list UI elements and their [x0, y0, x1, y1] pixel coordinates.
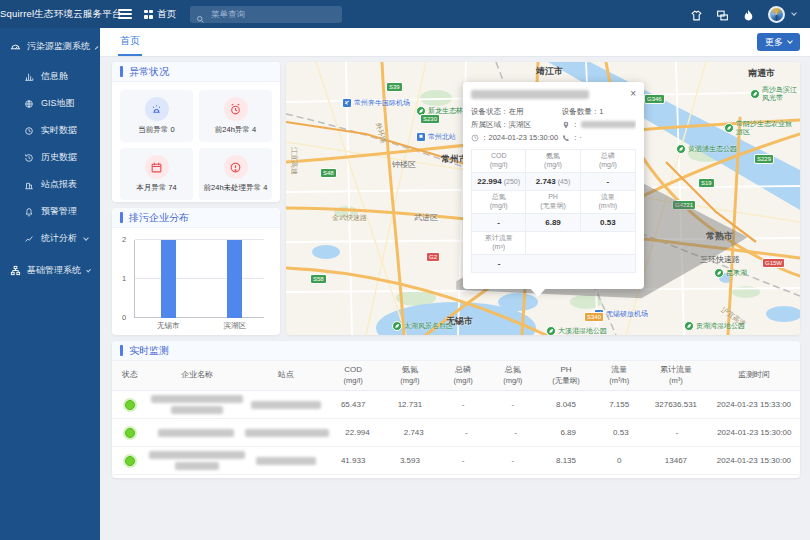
sidebar-item-统计分析[interactable]: 统计分析	[0, 225, 100, 252]
alert-icon	[24, 207, 34, 217]
stat-card-当前异常[interactable]: 当前异常 0	[120, 90, 193, 142]
popup-param-header: COD(mg/l)	[472, 150, 526, 173]
gis-map[interactable]: 靖江市南通市高沙岛滨江风光带常阴沙生态农业旅游区新龙生态林常州奔牛国际机场常州北…	[286, 62, 800, 335]
more-button[interactable]: 更多	[757, 33, 800, 51]
cell-value: 2024-01-23 15:30:00	[709, 428, 800, 437]
table-row[interactable]: 41.9333.593--8.1350134672024-01-23 15:30…	[112, 447, 800, 475]
map-label: 昆承湖	[714, 268, 747, 278]
user-avatar[interactable]	[768, 6, 785, 23]
stat-card-前24h未处理异常[interactable]: 前24h未处理异常 4	[199, 148, 272, 200]
stat-card-前24h异常[interactable]: 前24h异常 4	[199, 90, 272, 142]
warning-icon	[224, 155, 248, 179]
sidebar-item-站点报表[interactable]: 站点报表	[0, 171, 100, 198]
bar-chart: 012 无锡市 滨湖区	[134, 240, 268, 318]
app-screen: Squirrel生态环境云服务平台 首页 污染源监测系统 信息	[0, 0, 810, 540]
park-poi-icon	[684, 321, 694, 331]
cell-value: 8.045	[538, 400, 595, 409]
road-badge: S48	[320, 168, 337, 178]
cell-value: 65.437	[325, 400, 382, 409]
chevron-down-icon	[83, 235, 89, 241]
sidebar-item-预警管理[interactable]: 预警管理	[0, 198, 100, 225]
popup-param-value: -	[472, 255, 526, 273]
sidebar-item-历史数据[interactable]: 历史数据	[0, 144, 100, 171]
chevron-down-icon	[86, 267, 91, 272]
sidebar-item-GIS地图[interactable]: GIS地图	[0, 90, 100, 117]
cell-value: 12.731	[382, 400, 439, 409]
popup-param-value: 2.743(45)	[526, 173, 580, 191]
chevron-down-icon[interactable]	[791, 10, 797, 16]
cell-value: -	[488, 400, 538, 409]
cell-value: 6.89	[540, 428, 596, 437]
map-label: 黄泗浦生态公园	[676, 144, 737, 154]
cell-value: 0.53	[596, 428, 645, 437]
enterprise-name-redacted	[147, 451, 246, 470]
table-row[interactable]: 22.9942.743--6.890.53-2024-01-23 15:30:0…	[112, 419, 800, 447]
popup-info-line: ：2024-01-23 15:30:00	[471, 131, 562, 144]
road-badge: S39	[386, 82, 403, 92]
cell-value: 8.135	[538, 456, 595, 465]
table-header: 状态 企业名称 站点 COD(mg/l) 氨氮(mg/l) 总磷(mg/l) 总…	[112, 361, 800, 391]
flame-icon[interactable]	[742, 8, 755, 21]
home-link[interactable]: 首页	[144, 8, 176, 21]
popup-param-header: 累计流量(m³)	[472, 232, 526, 255]
multi-screen-icon[interactable]	[716, 8, 729, 21]
map-icon	[24, 99, 34, 109]
stat-card-本月异常[interactable]: 本月异常 74	[120, 148, 193, 200]
popup-param-header: 流量(m³/h)	[581, 191, 635, 214]
status-dot-green	[125, 400, 135, 410]
sidebar-item-信息舱[interactable]: 信息舱	[0, 63, 100, 90]
sidebar-item-实时数据[interactable]: 实时数据	[0, 117, 100, 144]
map-label: 外环路	[373, 122, 388, 145]
apps-grid-icon	[144, 10, 153, 19]
park-poi-icon	[750, 89, 760, 99]
sidebar-collapse-icon[interactable]	[118, 9, 132, 19]
column-header-企业名称: 企业名称	[147, 370, 246, 380]
popup-title-redacted	[471, 90, 589, 99]
popup-param-value: 22.994(250)	[472, 173, 526, 191]
popup-info-line: 设备数量：1	[562, 105, 636, 118]
column-header-总磷: 总磷(mg/l)	[438, 365, 488, 385]
status-dot-green	[125, 456, 135, 466]
popup-info-line: ：·	[562, 131, 636, 144]
search-input[interactable]	[209, 8, 336, 20]
road-badge: G346	[644, 94, 665, 104]
popup-param-value: 0.53	[581, 214, 635, 232]
sidebar-section-base-manage[interactable]: 基础管理系统	[0, 252, 100, 287]
cell-value: 41.933	[325, 456, 382, 465]
cell-value: -	[442, 428, 491, 437]
cell-value: 2024-01-23 15:30:00	[708, 456, 800, 465]
park-poi-icon	[546, 326, 556, 335]
site-name-redacted	[247, 457, 325, 465]
road-badge: S229	[754, 154, 774, 164]
popup-param-header: 总磷(mg/l)	[581, 150, 635, 173]
road-badge: S340	[584, 312, 604, 322]
panel-realtime-monitor: 实时监测 状态 企业名称 站点 COD(mg/l) 氨氮(mg/l) 总磷(mg…	[112, 341, 800, 478]
popup-close-button[interactable]: ×	[630, 89, 636, 99]
panel-title: 实时监测	[112, 341, 800, 361]
sidebar-section-pollution-monitor[interactable]: 污染源监测系统	[0, 28, 100, 63]
map-label: 常州北站	[416, 132, 456, 142]
sidebar: 污染源监测系统 信息舱 GIS地图 实时数据 历史数据 站点报表 预警管理 统计…	[0, 28, 100, 540]
cell-value: -	[645, 428, 708, 437]
cell-value: -	[438, 400, 488, 409]
cell-value: 13467	[644, 456, 708, 465]
enterprise-name-redacted	[147, 429, 245, 437]
column-header-状态: 状态	[112, 370, 147, 380]
park-poi-icon	[724, 123, 734, 133]
cell-value: 7.155	[594, 400, 644, 409]
popup-param-value: -	[472, 214, 526, 232]
cell-value: 2.743	[386, 428, 442, 437]
cell-value: 0	[594, 456, 644, 465]
table-row[interactable]: 65.43712.731--8.0457.155327636.5312024-0…	[112, 391, 800, 419]
panel-title: 排污企业分布	[112, 208, 280, 228]
column-header-累计流量: 累计流量(m³)	[644, 365, 708, 385]
alarm-clock-icon	[224, 97, 248, 121]
clock-icon	[24, 126, 34, 136]
stats-icon	[24, 234, 34, 244]
search-icon	[196, 10, 205, 19]
road-badge: G2	[426, 252, 440, 262]
popup-info-line: ：	[562, 118, 636, 131]
column-header-氨氮: 氨氮(mg/l)	[382, 365, 439, 385]
tab-home[interactable]: 首页	[118, 28, 142, 56]
theme-skin-icon[interactable]	[690, 8, 703, 21]
